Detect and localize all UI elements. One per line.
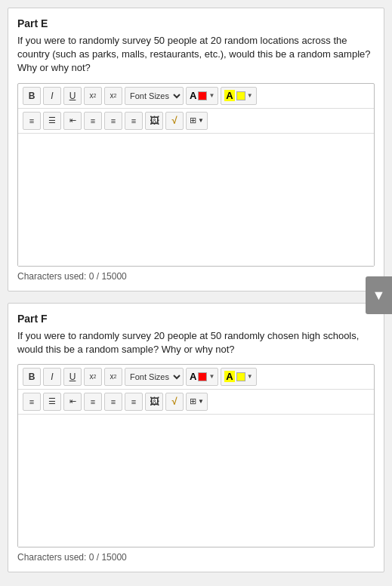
char-count-f: Characters used: 0 / 15000 (17, 552, 375, 563)
highlight-arrow-e: ▼ (247, 92, 253, 99)
italic-button-f[interactable]: I (43, 368, 61, 386)
char-count-e: Characters used: 0 / 15000 (17, 271, 375, 282)
list-unordered-f[interactable]: ≡ (23, 393, 41, 411)
section-part-f: Part F If you were to randomly survey 20… (8, 303, 384, 572)
editor-textarea-f[interactable] (18, 415, 374, 547)
subscript-button-f[interactable]: x2 (104, 368, 122, 386)
section-e-question: If you were to randomly survey 50 people… (17, 34, 375, 76)
align-right-f[interactable]: ≡ (125, 393, 143, 411)
font-color-button-e[interactable]: A ▼ (186, 87, 218, 105)
table-button-e[interactable]: ⊞ ▼ (186, 112, 208, 130)
table-icon-e: ⊞ (190, 116, 196, 125)
align-left-f[interactable]: ≡ (84, 393, 102, 411)
subscript-button-e[interactable]: x2 (104, 87, 122, 105)
image-button-f[interactable]: 🖼 (145, 393, 163, 411)
font-color-indicator-f (198, 372, 207, 381)
image-button-e[interactable]: 🖼 (145, 112, 163, 130)
table-button-f[interactable]: ⊞ ▼ (186, 393, 208, 411)
font-color-button-f[interactable]: A ▼ (186, 368, 218, 386)
highlight-indicator-e (236, 91, 245, 100)
font-size-select-e[interactable]: Font Sizes 8pt 10pt 12pt 14pt 16pt 18pt … (125, 87, 184, 105)
indent-decrease-f[interactable]: ⇤ (63, 393, 82, 411)
highlight-color-button-e[interactable]: A ▼ (221, 87, 256, 105)
highlight-indicator-f (236, 372, 245, 381)
toolbar-e-row2: ≡ ☰ ⇤ ≡ ≡ ≡ 🖼 √ ⊞ ▼ (18, 109, 374, 134)
align-center-f[interactable]: ≡ (104, 393, 122, 411)
align-right-e[interactable]: ≡ (125, 112, 143, 130)
font-color-arrow-f: ▼ (208, 373, 215, 380)
section-part-e: Part E If you were to randomly survey 50… (8, 8, 384, 291)
list-ordered-f[interactable]: ☰ (43, 393, 61, 411)
italic-button-e[interactable]: I (43, 87, 61, 105)
table-icon-f: ⊞ (190, 396, 196, 406)
indent-decrease-e[interactable]: ⇤ (63, 112, 82, 130)
font-color-indicator-e (198, 91, 207, 100)
section-f-question: If you were to randomly survey 20 people… (17, 329, 375, 356)
highlight-arrow-f: ▼ (247, 373, 253, 380)
toolbar-e-row1: B I U x2 x2 Font Sizes 8pt 10pt 12pt 14p… (18, 84, 374, 109)
editor-textarea-e[interactable] (18, 134, 374, 266)
underline-button-f[interactable]: U (63, 368, 82, 386)
toolbar-f-row2: ≡ ☰ ⇤ ≡ ≡ ≡ 🖼 √ ⊞ ▼ (18, 390, 374, 415)
table-arrow-e: ▼ (198, 117, 204, 124)
scroll-down-button[interactable]: ▼ (366, 276, 392, 314)
font-color-icon-e: A (190, 90, 196, 101)
list-ordered-e[interactable]: ☰ (43, 112, 61, 130)
bold-button-e[interactable]: B (23, 87, 41, 105)
list-unordered-e[interactable]: ≡ (23, 112, 41, 130)
table-arrow-f: ▼ (198, 398, 204, 405)
formula-button-f[interactable]: √ (165, 393, 184, 411)
font-size-select-f[interactable]: Font Sizes 8pt 10pt 12pt 14pt 16pt 18pt … (125, 368, 184, 386)
editor-e-wrapper: B I U x2 x2 Font Sizes 8pt 10pt 12pt 14p… (17, 83, 375, 267)
superscript-button-f[interactable]: x2 (84, 368, 102, 386)
align-center-e[interactable]: ≡ (104, 112, 122, 130)
highlight-icon-f: A (224, 371, 234, 382)
align-left-e[interactable]: ≡ (84, 112, 102, 130)
bold-button-f[interactable]: B (23, 368, 41, 386)
editor-f-wrapper: B I U x2 x2 Font Sizes 8pt 10pt 12pt 14p… (17, 364, 375, 547)
highlight-color-button-f[interactable]: A ▼ (221, 368, 256, 386)
section-e-title: Part E (17, 17, 375, 29)
formula-button-e[interactable]: √ (165, 112, 184, 130)
underline-button-e[interactable]: U (63, 87, 82, 105)
scroll-down-icon: ▼ (372, 288, 386, 304)
section-f-title: Part F (17, 313, 375, 325)
font-color-icon-f: A (190, 371, 196, 382)
superscript-button-e[interactable]: x2 (84, 87, 102, 105)
font-color-arrow-e: ▼ (208, 92, 215, 99)
main-container: Part E If you were to randomly survey 50… (0, 0, 392, 586)
highlight-icon-e: A (224, 90, 234, 101)
toolbar-f-row1: B I U x2 x2 Font Sizes 8pt 10pt 12pt 14p… (18, 365, 374, 390)
